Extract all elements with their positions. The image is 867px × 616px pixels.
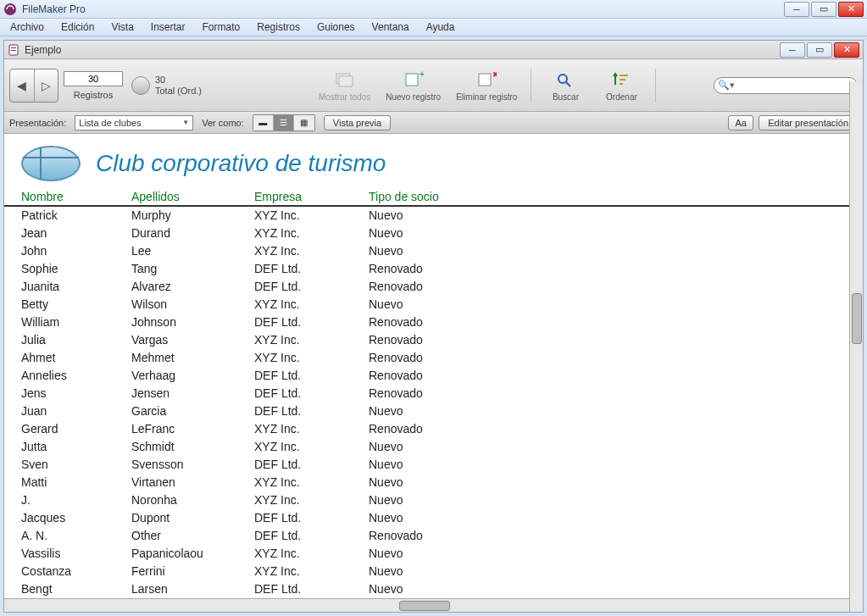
table-row[interactable]: MattiVirtanenXYZ Inc.Nuevo <box>21 474 846 491</box>
show-all-button[interactable]: Mostrar todos <box>314 67 375 103</box>
edit-layout-button[interactable]: Editar presentación <box>759 115 858 130</box>
menu-ayuda[interactable]: Ayuda <box>420 19 462 35</box>
table-cell: XYZ Inc. <box>254 349 369 367</box>
new-record-button[interactable]: + Nuevo registro <box>381 67 446 103</box>
table-row[interactable]: GerardLeFrancXYZ Inc.Renovado <box>21 420 846 438</box>
table-cell: Sven <box>21 456 131 474</box>
table-row[interactable]: JohnLeeXYZ Inc.Nuevo <box>21 242 846 260</box>
table-row[interactable]: WilliamJohnsonDEF Ltd.Renovado <box>21 314 846 331</box>
table-cell: J. <box>21 491 131 509</box>
menu-edicion[interactable]: Edición <box>54 19 101 35</box>
table-row[interactable]: A. N.OtherDEF Ltd.Renovado <box>21 527 846 545</box>
outer-minimize-button[interactable]: ─ <box>784 2 809 17</box>
table-cell: DEF Ltd. <box>254 385 369 402</box>
table-row[interactable]: BettyWilsonXYZ Inc.Nuevo <box>21 296 846 314</box>
svg-rect-13 <box>620 79 625 80</box>
table-row[interactable]: JuttaSchmidtXYZ Inc.Nuevo <box>21 438 846 456</box>
current-record-input[interactable] <box>64 71 123 86</box>
table-cell: Virtanen <box>131 474 254 491</box>
outer-close-button[interactable]: ✕ <box>838 2 864 17</box>
table-cell: Gerard <box>21 420 131 438</box>
table-cell: Nuevo <box>369 225 496 242</box>
table-cell: XYZ Inc. <box>254 207 369 225</box>
globe-icon <box>21 146 81 181</box>
prev-record-button[interactable]: ◀ <box>10 69 35 102</box>
table-cell: XYZ Inc. <box>254 491 369 509</box>
table-cell: Larsen <box>131 580 254 598</box>
table-cell: Matti <box>21 474 131 491</box>
vscroll-thumb[interactable] <box>852 293 862 344</box>
table-cell: Jens <box>21 385 131 402</box>
sort-button[interactable]: Ordenar <box>596 67 647 103</box>
table-row[interactable]: SophieTangDEF Ltd.Renovado <box>21 260 846 278</box>
table-row[interactable]: PatrickMurphyXYZ Inc.Nuevo <box>21 207 846 225</box>
menu-insertar[interactable]: Insertar <box>144 19 192 35</box>
menu-archivo[interactable]: Archivo <box>3 19 51 35</box>
table-cell: Svensson <box>131 456 254 474</box>
menu-ventana[interactable]: Ventana <box>365 19 416 35</box>
table-row[interactable]: AhmetMehmetXYZ Inc.Renovado <box>21 349 846 367</box>
layout-toolbar: Presentación: Lista de clubes ▼ Ver como… <box>4 112 863 134</box>
table-row[interactable]: CostanzaFerriniXYZ Inc.Nuevo <box>21 563 846 580</box>
total-label: Total (Ord.) <box>155 86 202 96</box>
table-cell: Costanza <box>21 563 131 580</box>
menu-registros[interactable]: Registros <box>250 19 307 35</box>
view-form-button[interactable]: ▬ <box>253 115 274 130</box>
table-row[interactable]: JeanDurandXYZ Inc.Nuevo <box>21 225 846 242</box>
table-cell: Sophie <box>21 260 131 278</box>
table-row[interactable]: JuanitaAlvarezDEF Ltd.Renovado <box>21 278 846 296</box>
table-cell: XYZ Inc. <box>254 420 369 438</box>
outer-maximize-button[interactable]: ▭ <box>811 2 836 17</box>
preview-button[interactable]: Vista previa <box>324 115 391 130</box>
find-button[interactable]: Buscar <box>540 67 591 103</box>
doc-maximize-button[interactable]: ▭ <box>807 42 832 58</box>
table-cell: XYZ Inc. <box>254 296 369 314</box>
menu-vista[interactable]: Vista <box>104 19 140 35</box>
show-all-icon <box>333 69 357 91</box>
table-cell: Nuevo <box>369 456 496 474</box>
table-cell: Nuevo <box>369 474 496 491</box>
table-cell: Dupont <box>131 509 254 527</box>
doc-minimize-button[interactable]: ─ <box>780 42 805 58</box>
view-table-button[interactable]: ▦ <box>294 115 314 130</box>
svg-rect-2 <box>11 47 16 48</box>
table-cell: DEF Ltd. <box>254 314 369 331</box>
table-cell: Nuevo <box>369 438 496 456</box>
table-cell: Nuevo <box>369 509 496 527</box>
table-row[interactable]: JuliaVargasXYZ Inc.Renovado <box>21 331 846 349</box>
table-row[interactable]: JacquesDupontDEF Ltd.Nuevo <box>21 509 846 527</box>
quick-search-box[interactable]: 🔍▾ <box>714 77 858 94</box>
table-row[interactable]: SvenSvenssonDEF Ltd.Nuevo <box>21 456 846 474</box>
delete-record-button[interactable]: ✖ Eliminar registro <box>451 67 522 103</box>
menu-formato[interactable]: Formato <box>196 19 247 35</box>
app-logo-icon <box>3 3 17 16</box>
delete-record-icon: ✖ <box>475 69 498 91</box>
table-cell: Julia <box>21 331 131 349</box>
table-cell: DEF Ltd. <box>254 509 369 527</box>
next-record-button[interactable]: ▷ <box>35 69 58 102</box>
table-row[interactable]: BengtLarsenDEF Ltd.Nuevo <box>21 580 846 598</box>
table-row[interactable]: AnneliesVerhaagDEF Ltd.Renovado <box>21 367 846 385</box>
table-cell: Ferrini <box>131 563 254 580</box>
table-cell: John <box>21 242 131 260</box>
table-body: PatrickMurphyXYZ Inc.NuevoJeanDurandXYZ … <box>4 207 863 598</box>
format-text-button[interactable]: Aa <box>728 115 753 130</box>
table-cell: Jean <box>21 225 131 242</box>
view-mode-selector: ▬ ☰ ▦ <box>253 114 315 131</box>
view-list-button[interactable]: ☰ <box>274 115 294 130</box>
table-cell: Renovado <box>369 314 496 331</box>
doc-close-button[interactable]: ✕ <box>834 42 859 58</box>
col-apellidos: Apellidos <box>131 190 254 203</box>
svg-point-0 <box>4 3 16 15</box>
app-titlebar: FileMaker Pro ─ ▭ ✕ <box>0 0 867 19</box>
table-row[interactable]: JuanGarciaDEF Ltd.Nuevo <box>21 402 846 420</box>
layout-dropdown[interactable]: Lista de clubes ▼ <box>75 115 193 130</box>
table-row[interactable]: VassilisPapanicolaouXYZ Inc.Nuevo <box>21 545 846 563</box>
table-row[interactable]: JensJensenDEF Ltd.Renovado <box>21 385 846 402</box>
hscroll-thumb[interactable] <box>399 601 450 611</box>
vertical-scrollbar[interactable] <box>849 81 863 612</box>
document-title: Ejemplo <box>25 44 776 56</box>
table-row[interactable]: J.NoronhaXYZ Inc.Nuevo <box>21 491 846 509</box>
menu-guiones[interactable]: Guiones <box>310 19 362 35</box>
horizontal-scrollbar[interactable] <box>4 598 863 612</box>
